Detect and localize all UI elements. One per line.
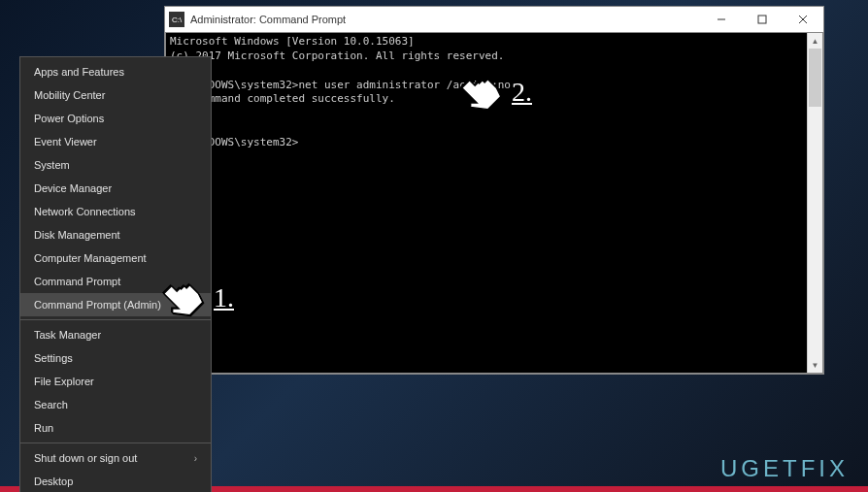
menu-item-disk-management[interactable]: Disk Management <box>20 223 211 246</box>
scroll-up-button[interactable]: ▲ <box>808 33 822 49</box>
scrollbar-thumb[interactable] <box>809 49 821 107</box>
close-button[interactable] <box>783 7 823 32</box>
cmd-icon: C:\ <box>169 12 184 27</box>
menu-item-computer-management[interactable]: Computer Management <box>20 246 211 270</box>
menu-item-network-connections[interactable]: Network Connections <box>20 200 211 223</box>
menu-item-mobility-center[interactable]: Mobility Center <box>20 83 211 107</box>
annotation-2: 2. <box>459 68 532 116</box>
menu-separator <box>20 443 211 443</box>
pointer-hand-icon <box>459 68 508 116</box>
console-line: Microsoft Windows [Version 10.0.15063] <box>170 35 415 48</box>
menu-item-label: Command Prompt (Admin) <box>34 299 161 311</box>
menu-item-label: Network Connections <box>34 206 136 217</box>
menu-item-label: Desktop <box>34 476 73 487</box>
cmd-window: C:\ Administrator: Command Prompt Micros… <box>164 6 824 375</box>
menu-item-label: Computer Management <box>34 252 147 264</box>
menu-item-label: Command Prompt <box>34 276 120 287</box>
menu-item-system[interactable]: System <box>20 153 211 177</box>
minimize-button[interactable] <box>701 7 742 32</box>
menu-item-label: Shut down or sign out <box>34 452 137 464</box>
menu-item-device-manager[interactable]: Device Manager <box>20 177 211 200</box>
svg-rect-1 <box>758 16 766 23</box>
menu-item-label: Mobility Center <box>34 89 105 101</box>
maximize-button[interactable] <box>742 7 783 32</box>
menu-item-label: File Explorer <box>34 376 94 387</box>
menu-item-label: Power Options <box>34 113 104 124</box>
console-line: (c) 2017 Microsoft Corporation. All righ… <box>170 49 504 62</box>
titlebar[interactable]: C:\ Administrator: Command Prompt <box>165 7 823 32</box>
menu-item-label: Search <box>34 399 68 410</box>
menu-item-search[interactable]: Search <box>20 393 211 416</box>
annotation-number: 1. <box>214 282 234 313</box>
vertical-scrollbar[interactable]: ▲ ▼ <box>807 33 822 373</box>
menu-item-label: Device Manager <box>34 182 112 194</box>
menu-item-settings[interactable]: Settings <box>20 346 211 370</box>
menu-item-label: Task Manager <box>34 329 101 341</box>
window-controls <box>701 7 823 32</box>
menu-item-power-options[interactable]: Power Options <box>20 107 211 130</box>
chevron-right-icon: › <box>194 453 197 464</box>
window-title: Administrator: Command Prompt <box>190 14 701 25</box>
menu-item-label: Disk Management <box>34 229 120 241</box>
pointer-hand-icon <box>161 274 210 322</box>
menu-item-shut-down-or-sign-out[interactable]: Shut down or sign out› <box>20 446 211 470</box>
annotation-number: 2. <box>512 77 532 108</box>
menu-item-label: Event Viewer <box>34 136 97 148</box>
annotation-1: 1. <box>161 274 234 322</box>
menu-item-file-explorer[interactable]: File Explorer <box>20 370 211 393</box>
menu-item-task-manager[interactable]: Task Manager <box>20 323 211 346</box>
menu-item-run[interactable]: Run <box>20 416 211 440</box>
menu-item-label: Run <box>34 422 53 434</box>
menu-item-label: Settings <box>34 352 73 364</box>
menu-item-apps-and-features[interactable]: Apps and Features <box>20 60 211 83</box>
scroll-down-button[interactable]: ▼ <box>808 357 822 373</box>
watermark: UGETFIX <box>720 455 849 482</box>
menu-item-event-viewer[interactable]: Event Viewer <box>20 130 211 153</box>
menu-item-label: System <box>34 159 70 171</box>
menu-item-desktop[interactable]: Desktop <box>20 470 211 492</box>
menu-item-label: Apps and Features <box>34 66 124 78</box>
